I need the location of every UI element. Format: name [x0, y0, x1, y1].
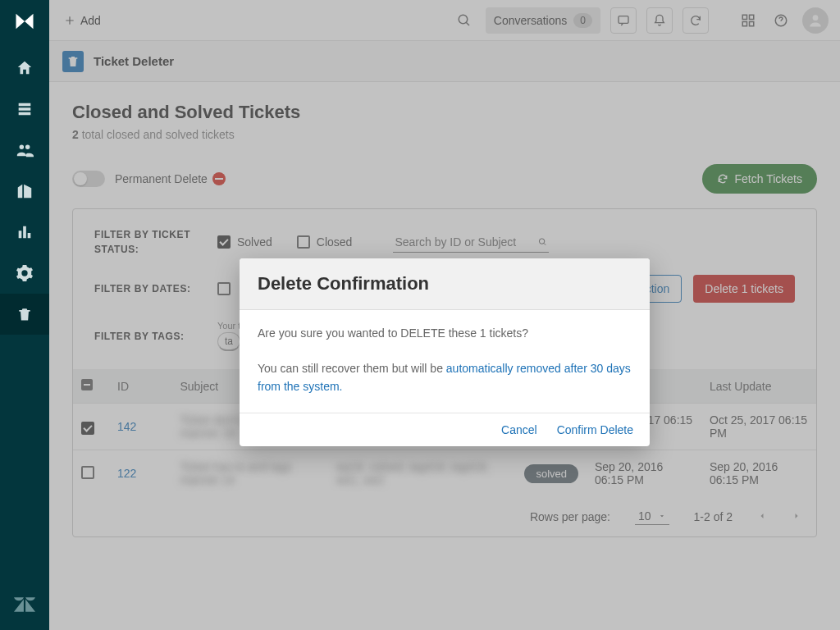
nav-trash[interactable] — [0, 294, 49, 335]
nav-views[interactable] — [0, 89, 49, 130]
nav-reporting[interactable] — [0, 212, 49, 253]
cancel-button[interactable]: Cancel — [501, 423, 537, 436]
modal-line2: You can still recover them but will be a… — [258, 360, 632, 395]
modal-overlay: Delete Confirmation Are you sure you wan… — [49, 0, 840, 630]
zendesk-logo-icon — [14, 596, 35, 617]
brand-logo — [13, 10, 36, 33]
left-nav — [0, 0, 49, 630]
nav-admin[interactable] — [0, 253, 49, 294]
nav-home[interactable] — [0, 48, 49, 89]
modal-title: Delete Confirmation — [258, 273, 632, 294]
delete-confirmation-modal: Delete Confirmation Are you sure you wan… — [240, 258, 650, 446]
confirm-delete-button[interactable]: Confirm Delete — [557, 423, 633, 436]
nav-customers[interactable] — [0, 130, 49, 171]
modal-line1: Are you sure you wanted to DELETE these … — [258, 325, 632, 343]
nav-organizations[interactable] — [0, 171, 49, 212]
